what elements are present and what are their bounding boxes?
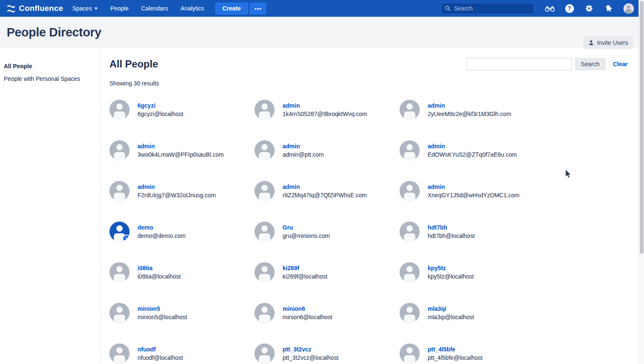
person-name-link[interactable]: mla3qi	[428, 305, 474, 313]
user-avatar-icon[interactable]: ✎	[254, 181, 275, 201]
create-button[interactable]: Create	[215, 3, 249, 15]
person-info: mla3qi mla3qi@localhost	[428, 305, 474, 322]
person-name-link[interactable]: kpy5tz	[428, 264, 474, 272]
person-card: ✎ ki269f ki269f@localhost	[254, 262, 400, 282]
person-info: i08tia i08tia@localhost	[138, 264, 181, 281]
user-avatar-icon[interactable]: ✎	[400, 140, 420, 160]
section-heading: All People	[109, 58, 158, 70]
person-email: ki269f@localhost	[283, 272, 327, 281]
user-avatar-icon[interactable]: ✎	[254, 140, 275, 160]
person-email: minion5@localhost	[138, 313, 187, 322]
person-name-link[interactable]: hdt7bh	[428, 223, 475, 232]
person-info: ptt_3t2vcz ptt_3t2vcz@localhost	[283, 345, 338, 362]
user-avatar-icon[interactable]: ✎	[400, 222, 420, 242]
user-avatar-icon[interactable]: ✎	[109, 343, 130, 364]
person-name-link[interactable]: demo	[138, 223, 186, 232]
person-name-link[interactable]: ptt_4l5bfe	[428, 345, 483, 354]
user-avatar-icon[interactable]: ✎	[400, 303, 420, 323]
person-name-link[interactable]: admin	[428, 142, 517, 150]
person-email: 1k4mS05287@9broqktWvq.com	[283, 110, 367, 119]
primary-nav: Spaces People Calendars Analytics	[72, 5, 204, 12]
person-name-link[interactable]: 6gcyzi	[138, 101, 183, 110]
user-avatar-icon[interactable]: ✎	[400, 181, 420, 201]
nav-item-analytics[interactable]: Analytics	[181, 5, 204, 12]
avatar-head	[262, 185, 268, 191]
person-name-link[interactable]: ptt_3t2vcz	[283, 345, 338, 354]
user-avatar-icon[interactable]: ✎	[109, 222, 130, 242]
person-card: ✎ nfuodf nfuodf@localhost	[109, 343, 254, 364]
nav-item-people[interactable]: People	[110, 5, 129, 12]
user-avatar-icon[interactable]: ✎	[254, 303, 275, 323]
edit-pencil-badge-icon: ✎	[122, 235, 130, 242]
clear-link[interactable]: Clear	[613, 61, 628, 67]
user-avatar-icon[interactable]: ✎	[400, 343, 420, 364]
person-info: demo demo@demo.com	[138, 223, 186, 240]
avatar-head	[407, 103, 413, 110]
nav-item-spaces[interactable]: Spaces	[72, 5, 98, 12]
help-icon[interactable]	[564, 3, 575, 14]
avatar-body	[404, 152, 415, 161]
person-card: ✎ minion6 minion6@localhost	[254, 303, 400, 323]
person-name-link[interactable]: admin	[138, 142, 224, 150]
sidebar-item-personal-spaces[interactable]: People with Personal Spaces	[0, 72, 100, 85]
user-avatar-icon[interactable]: ✎	[109, 262, 130, 282]
person-name-link[interactable]: admin	[428, 101, 511, 110]
person-name-link[interactable]: ki269f	[283, 264, 327, 272]
vertical-scrollbar[interactable]	[639, 0, 644, 364]
person-info: admin XneqGY1J5d@wHsdYzDMC1.com	[428, 183, 519, 200]
user-avatar-icon[interactable]: ✎	[254, 100, 275, 120]
person-name-link[interactable]: minion5	[138, 305, 187, 313]
user-avatar-icon[interactable]: ✎	[109, 100, 130, 120]
avatar-body	[259, 152, 270, 161]
avatar-body	[114, 274, 125, 283]
person-info: admin 1k4mS05287@9broqktWvq.com	[283, 101, 367, 119]
directory-search-row: Search Clear	[467, 58, 628, 70]
person-email: F2rdUirjg7@W32olJnusg.com	[138, 191, 216, 200]
user-avatar-icon[interactable]: ✎	[109, 303, 130, 323]
person-name-link[interactable]: admin	[428, 183, 519, 191]
user-avatar-icon[interactable]: ✎	[400, 100, 420, 120]
person-name-link[interactable]: Gru	[283, 223, 330, 232]
avatar-head	[117, 225, 123, 232]
directory-search-input[interactable]	[467, 58, 572, 70]
directory-search-button[interactable]: Search	[575, 58, 606, 70]
person-name-link[interactable]: minion6	[283, 305, 332, 313]
person-name-link[interactable]: admin	[138, 183, 216, 191]
person-name-link[interactable]: nfuodf	[138, 345, 183, 354]
person-info: Gru gru@minions.com	[283, 223, 330, 240]
invite-users-button[interactable]: Invite Users	[583, 36, 633, 49]
person-name-link[interactable]: admin	[283, 142, 324, 150]
avatar-head	[407, 225, 413, 232]
user-avatar-icon[interactable]: ✎	[109, 140, 130, 160]
avatar-body	[404, 193, 415, 201]
person-name-link[interactable]: admin	[283, 183, 367, 191]
mouse-cursor	[565, 169, 572, 179]
user-avatar-icon[interactable]: ✎	[400, 262, 420, 282]
person-card: ✎ 6gcyzi 6gcyzi@localhost	[109, 100, 254, 120]
person-card: ✎ mla3qi mla3qi@localhost	[400, 303, 545, 323]
avatar-body	[114, 111, 125, 120]
avatar-head	[117, 144, 123, 150]
settings-gear-icon[interactable]	[584, 3, 595, 14]
avatar	[623, 3, 634, 14]
navbar-search-input[interactable]	[454, 5, 525, 12]
notifications-bell-icon[interactable]	[603, 3, 614, 14]
navbar-search-box[interactable]	[441, 3, 534, 14]
person-card: ✎ hdt7bh hdt7bh@localhost	[400, 222, 545, 242]
user-avatar-icon[interactable]: ✎	[254, 262, 275, 282]
sidebar-item-all-people[interactable]: All People	[0, 60, 100, 72]
person-name-link[interactable]: admin	[283, 101, 367, 110]
more-menu-button[interactable]: •••	[249, 3, 266, 15]
scrollbar-thumb[interactable]	[640, 1, 644, 254]
avatar-head	[407, 144, 413, 150]
binoculars-icon[interactable]	[544, 3, 555, 14]
person-name-link[interactable]: i08tia	[138, 264, 181, 272]
user-avatar-icon[interactable]: ✎	[109, 181, 130, 201]
person-email: nfuodf@localhost	[138, 354, 183, 362]
user-avatar-icon[interactable]: ✎	[254, 343, 275, 364]
avatar-body	[259, 355, 270, 364]
nav-item-calendars[interactable]: Calendars	[141, 5, 168, 12]
user-avatar-icon[interactable]: ✎	[254, 222, 275, 242]
profile-avatar-icon[interactable]	[623, 3, 634, 14]
confluence-brand[interactable]: Confluence	[7, 4, 63, 13]
